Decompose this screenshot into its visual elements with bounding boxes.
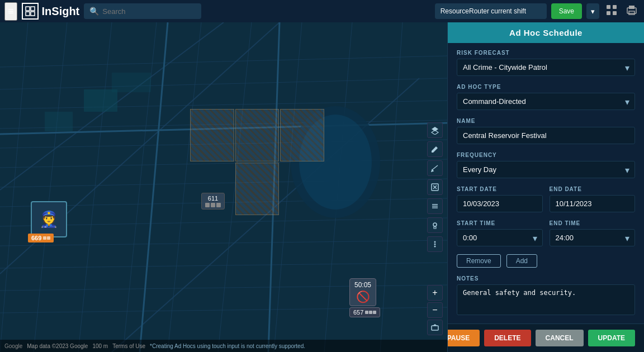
ad-hoc-type-select[interactable]: Command-Directed Hot Spot Directed Patro… [457,93,635,110]
officer-icon: 👮 [39,210,59,229]
hatch-cell-1 [190,109,234,161]
unit-badge-669[interactable]: 669 [28,234,54,242]
frequency-label: FREQUENCY [457,152,635,158]
delete-button[interactable]: DELETE [484,330,531,346]
zoom-in-button[interactable]: + [427,285,443,301]
notes-group: NOTES General safety and security. [457,275,635,317]
layers-tool-button[interactable] [427,122,443,138]
search-input[interactable] [102,7,196,16]
map-zoom-controls: + − [427,285,443,335]
svg-rect-1 [31,7,35,11]
cancel-button[interactable]: CANCEL [536,330,584,346]
logo-text: InSight [42,5,80,18]
unit-badge-657[interactable]: 657 [349,307,380,317]
hatch-cell-5 [235,163,280,215]
unit-badge-611[interactable]: 611 [201,193,225,210]
panel-body: RISK FORECAST All Crime - Citywide Patro… [448,43,644,324]
update-button[interactable]: UPDATE [588,330,635,346]
svg-rect-6 [607,11,610,15]
scale-text: 100 m [92,343,108,349]
remove-add-row: Remove Add [457,254,635,268]
zoom-out-button[interactable]: − [427,302,443,318]
edit-tool-button[interactable] [427,141,443,157]
badge-611-dots [205,203,221,207]
options-tool-button[interactable] [427,236,443,252]
logo-icon [22,3,39,20]
start-time-select[interactable]: 0:00 1:00 6:00 8:00 [457,229,543,246]
no-entry-icon: 🚫 [354,290,371,303]
officer-marker-669[interactable]: 👮 [31,201,67,237]
logo: InSight [22,3,80,20]
svg-rect-3 [31,12,35,16]
badge-657-dots [365,311,376,314]
svg-point-58 [434,244,436,245]
end-time-select[interactable]: 24:00 18:00 20:00 22:00 [550,229,636,246]
vehicle-marker-50-05[interactable]: 50:05 🚫 [349,278,376,306]
map-area[interactable]: 611 👮 669 50:05 🚫 657 [0,22,447,352]
map-toolbar [427,122,443,252]
end-date-input[interactable] [550,195,636,212]
name-input[interactable] [457,127,635,144]
end-time-label: END TIME [550,220,636,226]
svg-point-59 [434,246,436,248]
pause-button[interactable]: PAUSE [447,330,480,346]
print-button[interactable] [624,3,640,20]
start-time-group: START TIME 0:00 1:00 6:00 8:00 [457,220,543,246]
name-label: NAME [457,118,635,124]
google-label: Google [4,343,22,349]
search-bar[interactable]: 🔍 [84,3,201,19]
start-date-input[interactable] [457,195,543,212]
end-date-group: END DATE [550,186,636,212]
add-button[interactable]: Add [506,254,537,268]
risk-forecast-label: RISK FORECAST [457,50,635,56]
light-tool-button[interactable] [427,217,443,233]
street-view-button[interactable] [427,320,443,335]
time-row: START TIME 0:00 1:00 6:00 8:00 END TIME … [457,220,635,254]
hatch-cell-6 [280,163,324,215]
touch-note: *Creating Ad Hocs using touch input is n… [150,343,305,349]
remove-button[interactable]: Remove [457,254,501,268]
hatch-cell-2 [235,109,280,161]
ad-hoc-type-select-wrapper: Command-Directed Hot Spot Directed Patro… [457,93,635,110]
map-attribution: Google Map data ©2023 Google 100 m Terms… [0,340,447,352]
svg-marker-45 [432,127,438,131]
pencil-tool-button[interactable] [427,160,443,176]
svg-rect-5 [613,5,617,9]
save-button[interactable]: Save [551,3,582,19]
ad-hoc-type-label: AD HOC TYPE [457,84,635,90]
start-time-label: START TIME [457,220,543,226]
svg-rect-10 [629,11,634,15]
svg-rect-43 [45,112,73,131]
search-icon: 🔍 [89,7,99,16]
panel-footer: PAUSE DELETE CANCEL UPDATE [448,324,644,352]
risk-forecast-select-wrapper: All Crime - Citywide Patrol Violent Crim… [457,59,635,76]
select-tool-button[interactable] [427,179,443,195]
svg-rect-60 [432,326,438,330]
footer-buttons: PAUSE DELETE CANCEL UPDATE [457,330,635,346]
svg-rect-44 [112,73,151,92]
end-time-group: END TIME 24:00 18:00 20:00 22:00 [550,220,636,246]
unit-badge-657-number: 657 [353,309,363,316]
right-panel: Ad Hoc Schedule RISK FORECAST All Crime … [447,22,644,352]
dropdown-chevron-button[interactable]: ▾ [586,3,599,19]
unit-badge-611-number: 611 [208,195,218,202]
date-row: START DATE END DATE [457,186,635,220]
unit-badge-669-number: 669 [31,235,41,241]
svg-rect-0 [26,7,30,11]
notes-label: NOTES [457,275,635,282]
risk-forecast-select[interactable]: All Crime - Citywide Patrol Violent Crim… [457,59,635,76]
frequency-select[interactable]: Every Day Weekdays Weekends Custom [457,161,635,178]
terms-text: Terms of Use [112,343,145,349]
notes-textarea[interactable]: General safety and security. [457,284,635,315]
menu-button[interactable]: ≡ [4,2,17,21]
svg-line-55 [437,222,438,223]
svg-rect-9 [629,6,634,9]
start-time-select-wrapper: 0:00 1:00 6:00 8:00 [457,229,543,246]
list-tool-button[interactable] [427,198,443,214]
resource-input[interactable] [435,3,547,19]
frequency-select-wrapper: Every Day Weekdays Weekends Custom [457,161,635,178]
grid-view-button[interactable] [604,3,619,20]
svg-point-57 [434,241,436,243]
svg-rect-2 [26,12,30,16]
hatch-cell-3 [280,109,324,161]
